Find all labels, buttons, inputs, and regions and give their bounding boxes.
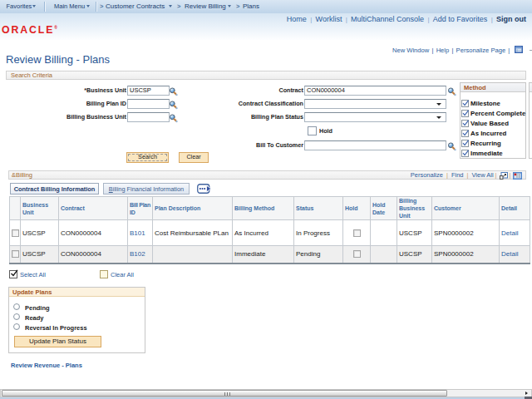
- contract-lookup-icon[interactable]: [447, 86, 457, 96]
- billing-plan-id-input[interactable]: [127, 99, 170, 109]
- utility-links: New Window | Help | Personalize Page |: [392, 47, 532, 54]
- separator: |: [307, 16, 316, 23]
- favorites-menu[interactable]: Favorites: [7, 3, 32, 10]
- method-recurring-checkbox[interactable]: [461, 140, 469, 147]
- row1-hold-checkbox[interactable]: [353, 229, 361, 237]
- clear-all-link[interactable]: Clear All: [111, 271, 134, 278]
- cell-billing-method: As Incurred: [233, 220, 294, 246]
- bill-to-customer-input[interactable]: [304, 140, 446, 150]
- main-menu-caret-icon: [86, 5, 90, 7]
- bill-to-customer-lookup-icon[interactable]: [447, 141, 457, 151]
- billing-business-unit-label: Billing Business Unit: [33, 114, 126, 121]
- main-menu-label: Main Menu: [54, 2, 85, 10]
- clear-all-icon[interactable]: [100, 270, 108, 278]
- zoom-grid-icon[interactable]: [513, 172, 522, 180]
- billing-plan-id-label: Billing Plan ID: [33, 101, 126, 107]
- favorites-label: Favorites: [7, 2, 32, 10]
- method-recurring-label: Recurring: [470, 140, 501, 147]
- breadcrumb-caret-icon: [169, 5, 172, 7]
- method-immediate-checkbox[interactable]: [461, 150, 469, 157]
- view-all-link[interactable]: View All: [471, 171, 493, 179]
- nav-home[interactable]: Home: [287, 15, 307, 23]
- method-as-incurred-label: As Incurred: [470, 130, 506, 137]
- ready-radio[interactable]: [13, 313, 20, 320]
- search-button[interactable]: Search: [126, 152, 169, 163]
- row2-select-checkbox[interactable]: [12, 250, 19, 258]
- billing-business-unit-input[interactable]: [127, 112, 170, 122]
- select-all-link[interactable]: Select All: [20, 271, 46, 278]
- contract-classification-select[interactable]: [304, 99, 446, 109]
- show-tabs-icon[interactable]: [197, 184, 212, 194]
- separator: |: [342, 16, 351, 23]
- row2-detail-link[interactable]: Detail: [501, 250, 518, 258]
- breadcrumb-review-billing[interactable]: Review Billing: [185, 3, 226, 10]
- separator: |: [505, 47, 512, 54]
- tab-contract-billing-information[interactable]: Contract Billing Information: [10, 183, 99, 195]
- contract-label: Contract: [200, 87, 303, 94]
- row2-hold-checkbox[interactable]: [353, 250, 361, 258]
- personalize-link[interactable]: Personalize: [411, 171, 443, 179]
- cell-customer: SPN0000002: [432, 246, 500, 264]
- method-milestone-label: Milestone: [470, 100, 500, 107]
- scrollbar-thumb[interactable]: [2, 390, 447, 397]
- nav-multichannel-console[interactable]: MultiChannel Console: [351, 15, 424, 23]
- new-window-link[interactable]: New Window: [392, 47, 429, 54]
- update-plan-status-button[interactable]: Update Plan Status: [14, 336, 101, 347]
- row1-detail-link[interactable]: Detail: [501, 229, 518, 237]
- horizontal-scrollbar[interactable]: [0, 389, 532, 397]
- nav-sign-out[interactable]: Sign out: [496, 15, 526, 23]
- cell-billing-method: Immediate: [233, 246, 294, 264]
- breadcrumb-plans[interactable]: Plans: [243, 3, 259, 10]
- main-menu[interactable]: Main Menu: [54, 3, 85, 10]
- billing-plan-status-select[interactable]: [304, 112, 446, 122]
- reversal-radio[interactable]: [13, 323, 20, 330]
- billing-section-header: &Billing Personalize | Find | View All |…: [8, 170, 526, 180]
- col-hold-date: Hold Date: [371, 197, 397, 220]
- scrollbar-right-arrow-icon[interactable]: [525, 392, 528, 395]
- personalize-page-link[interactable]: Personalize Page: [456, 47, 506, 54]
- col-status: Status: [294, 197, 343, 220]
- pending-radio[interactable]: [13, 303, 20, 310]
- method-percent-complete-checkbox[interactable]: [461, 110, 469, 117]
- billing-plan-id-lookup-icon[interactable]: [169, 100, 179, 110]
- registered-mark: ®: [54, 25, 57, 30]
- nav-add-to-favorites[interactable]: Add to Favorites: [433, 15, 488, 23]
- row2-bill-plan-link[interactable]: B102: [130, 250, 145, 258]
- search-criteria-header: Search Criteria: [6, 71, 526, 80]
- method-value-based-checkbox[interactable]: [461, 120, 469, 127]
- page-title: Review Billing - Plans: [6, 53, 110, 66]
- select-all-icon[interactable]: [9, 270, 17, 278]
- col-select: [10, 197, 21, 220]
- col-bill-plan-id: Bill Plan ID: [128, 197, 153, 220]
- update-plans-header: Update Plans: [9, 288, 145, 297]
- method-milestone-checkbox[interactable]: [461, 100, 469, 107]
- review-revenue-link[interactable]: Review Revenue - Plans: [11, 362, 82, 369]
- clear-button[interactable]: Clear: [179, 152, 209, 163]
- contract-input[interactable]: CON0000004: [304, 86, 446, 96]
- business-unit-lookup-icon[interactable]: [169, 86, 179, 96]
- menu-separator: [44, 2, 46, 12]
- row1-bill-plan-link[interactable]: B101: [130, 229, 145, 237]
- method-as-incurred-checkbox[interactable]: [461, 130, 469, 137]
- tab-billing-financial-information[interactable]: Billing Financial Information: [103, 183, 190, 195]
- nav-worklist[interactable]: Worklist: [316, 15, 342, 23]
- find-link[interactable]: Find: [451, 171, 464, 179]
- breadcrumb-customer-contracts[interactable]: Customer Contracts: [106, 3, 165, 10]
- billing-business-unit-lookup-icon[interactable]: [169, 113, 179, 123]
- header-nav: Home | Worklist | MultiChannel Console |…: [287, 15, 526, 23]
- download-grid-icon[interactable]: [500, 172, 508, 180]
- col-billing-business-unit: Billing Business Unit: [397, 197, 432, 220]
- row1-select-checkbox[interactable]: [12, 229, 19, 237]
- col-business-unit: Business Unit: [21, 197, 59, 220]
- business-unit-input[interactable]: USCSP: [127, 86, 170, 96]
- breadcrumb-caret-icon: [228, 5, 231, 7]
- col-plan-description: Plan Description: [153, 197, 233, 220]
- scrollbar-grip-icon: [224, 392, 230, 396]
- hold-checkbox[interactable]: [308, 126, 317, 135]
- billing-grid: Business Unit Contract Bill Plan ID Plan…: [9, 196, 530, 264]
- copy-url-icon[interactable]: [515, 46, 523, 53]
- cell-status: Pending: [294, 246, 343, 264]
- col-detail: Detail: [500, 197, 530, 220]
- cell-business-unit: USCSP: [21, 220, 59, 246]
- help-link[interactable]: Help: [436, 47, 450, 54]
